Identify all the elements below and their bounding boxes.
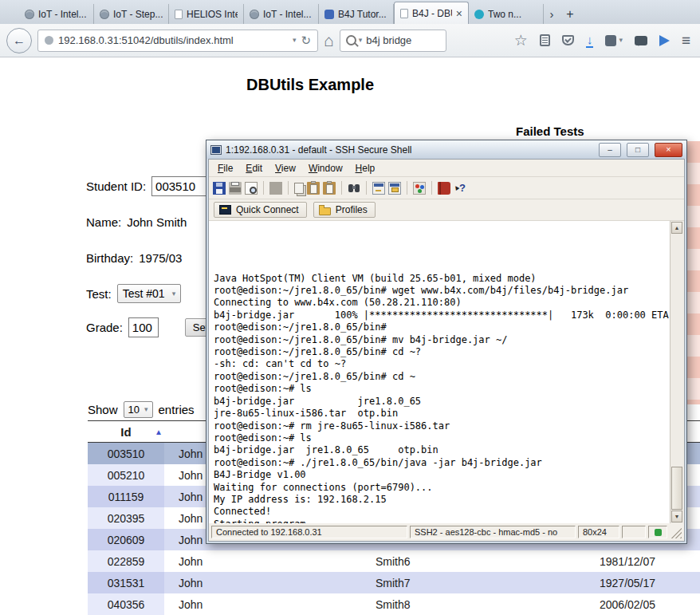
tab-label: B4J Tutor...: [338, 9, 387, 20]
ssh-window[interactable]: 1:192.168.0.31 - default - SSH Secure Sh…: [206, 140, 687, 544]
cell-last-name: Smith6: [362, 550, 587, 572]
browser-tab[interactable]: HELIOS Intel ...: [169, 4, 244, 24]
terminal-lines: Java HotSpot(TM) Client VM (build 25.65-…: [214, 248, 665, 523]
close-button[interactable]: ×: [655, 143, 682, 157]
reload-icon[interactable]: ↻: [301, 34, 311, 46]
scrollbar-thumb[interactable]: [671, 467, 682, 510]
copy-icon[interactable]: [294, 183, 304, 194]
scroll-down-icon[interactable]: ▼: [671, 511, 682, 522]
test-select[interactable]: Test #01: [117, 284, 181, 303]
grade-label: Grade:: [86, 321, 123, 334]
help-icon[interactable]: [438, 182, 450, 195]
bookmark-star-icon[interactable]: ☆: [514, 33, 528, 48]
save-icon[interactable]: [213, 182, 226, 195]
menu-item[interactable]: View: [269, 160, 302, 176]
tab-close-icon[interactable]: [456, 8, 462, 19]
extension-icon[interactable]: [605, 35, 616, 46]
url-input[interactable]: [58, 34, 288, 46]
paste-selection-icon[interactable]: [323, 182, 336, 195]
terminal-line: root@edison:~# ls: [214, 432, 665, 444]
print-preview-icon[interactable]: [245, 182, 258, 195]
tab-favicon-icon: [250, 10, 259, 19]
url-bar[interactable]: ↻: [37, 30, 318, 52]
disconnect-icon[interactable]: [269, 182, 282, 195]
id-header-label: Id: [120, 425, 131, 439]
table-row[interactable]: 022859 John Smith6 1981/12/07: [88, 550, 700, 572]
paste-icon[interactable]: [307, 182, 320, 195]
back-button[interactable]: ←: [6, 28, 32, 53]
tab-overflow-icon[interactable]: ›: [544, 4, 560, 24]
new-terminal-window-icon[interactable]: [372, 182, 385, 195]
search-icon[interactable]: [346, 35, 356, 45]
cell-id: 031531: [88, 572, 164, 593]
name-row: Name: John Smith: [86, 211, 187, 232]
search-engine-dropdown-icon[interactable]: [359, 37, 363, 44]
terminal-line: b4j-bridge.jar jre1.8.0_65: [214, 396, 665, 408]
profiles-button[interactable]: Profiles: [313, 202, 376, 218]
birthday-label: Birthday:: [86, 251, 133, 265]
student-id-input[interactable]: [151, 176, 209, 196]
extension-dropdown-icon[interactable]: [619, 37, 623, 44]
page-size-select[interactable]: 10: [124, 401, 153, 418]
terminal-scrollbar[interactable]: ▲ ▼: [670, 221, 684, 523]
table-row[interactable]: 040356 John Smith8 2006/02/05: [88, 593, 700, 615]
ssh-app-icon: [210, 145, 222, 155]
search-input[interactable]: [366, 34, 439, 46]
new-tab-button[interactable]: +: [560, 4, 580, 24]
pocket-icon[interactable]: [562, 35, 574, 45]
bookmarks-icon[interactable]: [540, 34, 550, 46]
downloads-icon[interactable]: ↓: [586, 34, 594, 48]
scroll-up-icon[interactable]: ▲: [671, 222, 682, 234]
quick-connect-button[interactable]: Quick Connect: [214, 202, 307, 218]
ssh-terminal-area: Java HotSpot(TM) Client VM (build 25.65-…: [209, 221, 684, 523]
terminal-line: root@edison:~/jre1.8.0_65/bin# cd ~?: [214, 346, 665, 358]
hello-chat-icon[interactable]: [635, 36, 647, 45]
new-file-transfer-icon[interactable]: [388, 182, 401, 195]
menu-item[interactable]: Window: [302, 160, 349, 176]
find-icon[interactable]: [348, 182, 360, 195]
terminal-line: b4j-bridge.jar 100% |*******************…: [214, 309, 665, 321]
ssh-title-bar[interactable]: 1:192.168.0.31 - default - SSH Secure Sh…: [206, 140, 686, 159]
context-help-icon[interactable]: [454, 182, 466, 195]
quick-connect-icon: [219, 205, 231, 215]
tab-favicon-icon: [474, 10, 484, 19]
status-indicator-icon: [655, 529, 662, 536]
url-dropdown-icon[interactable]: [293, 37, 297, 44]
home-button[interactable]: ⌂: [324, 32, 334, 49]
menu-icon[interactable]: ≡: [682, 33, 690, 48]
browser-tab[interactable]: IoT - Step...: [94, 4, 169, 24]
table-row[interactable]: 031531 John Smith7 1927/05/17: [88, 572, 700, 593]
search-engine-group: [346, 35, 363, 45]
grade-input[interactable]: [128, 317, 159, 337]
resize-grip[interactable]: [670, 526, 682, 538]
browser-tab[interactable]: B4J - DBUt...: [394, 2, 469, 24]
profiles-label: Profiles: [336, 204, 368, 215]
terminal-output[interactable]: Java HotSpot(TM) Client VM (build 25.65-…: [209, 221, 670, 523]
site-identity-icon[interactable]: [45, 36, 53, 45]
show-label: Show: [88, 403, 118, 416]
search-box[interactable]: [340, 30, 446, 52]
cell-birthday: 1981/12/07: [587, 550, 700, 572]
browser-tab[interactable]: Two n...: [469, 4, 544, 24]
menu-item[interactable]: File: [211, 160, 239, 176]
browser-tab[interactable]: IoT - Intel...: [19, 4, 94, 24]
maximize-button[interactable]: □: [627, 143, 649, 157]
toolbar-separator: [288, 181, 289, 195]
print-icon[interactable]: [229, 182, 242, 195]
test-select-value: Test #01: [123, 287, 165, 300]
terminal-line: jre-8u65-linux-i586.tar otp.bin: [214, 408, 665, 420]
settings-icon[interactable]: [413, 182, 426, 195]
browser-tab[interactable]: IoT - Intel...: [244, 4, 319, 24]
terminal-line: root@edison:~# ls: [214, 383, 665, 395]
menu-item[interactable]: Help: [349, 160, 382, 176]
terminal-line: root@edison:~/jre1.8.0_65/bin#: [214, 321, 665, 333]
terminal-line: My IP address is: 192.168.2.15: [214, 494, 665, 506]
id-column-header[interactable]: Id ▲: [88, 425, 164, 439]
name-label: Name:: [86, 215, 121, 229]
terminal-line: Connecting to www.b4x.com (50.28.21.110:…: [214, 297, 665, 309]
menu-item[interactable]: Edit: [239, 160, 269, 176]
minimize-button[interactable]: –: [599, 143, 621, 157]
student-id-label: Student ID:: [86, 179, 146, 193]
share-icon[interactable]: [659, 35, 670, 46]
browser-tab[interactable]: B4J Tutor...: [319, 4, 394, 24]
